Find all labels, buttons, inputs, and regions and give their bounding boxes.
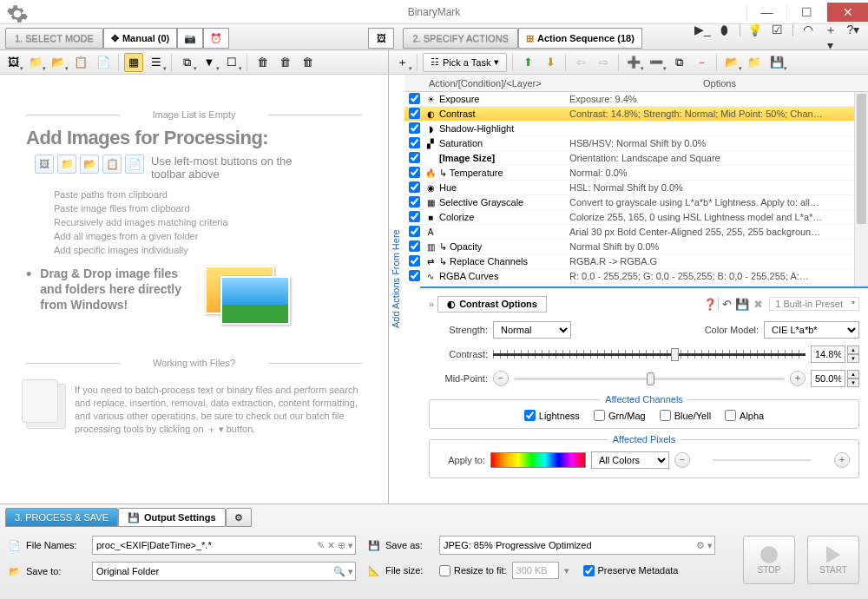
list-view-button[interactable]: ☰ bbox=[147, 53, 166, 72]
action-row[interactable]: ◉HueHSL: Normal Shift by 0.0% bbox=[404, 181, 868, 195]
camera-tab[interactable]: 📷 bbox=[177, 28, 203, 49]
help-icon[interactable]: ?▾ bbox=[845, 23, 861, 52]
delete-options-icon[interactable]: ✖ bbox=[750, 298, 766, 311]
undo-button[interactable]: ⇦ bbox=[571, 53, 590, 72]
filter-button[interactable]: ▼ bbox=[200, 53, 219, 72]
action-row[interactable]: ☀ExposureExposure: 9.4% bbox=[404, 92, 868, 107]
stop-button[interactable]: STOP bbox=[743, 536, 795, 584]
action-row[interactable]: ⇄↳ Replace ChannelsRGBA.R -> RGBA.G bbox=[404, 254, 868, 269]
bulb-icon[interactable]: 💡 bbox=[747, 23, 763, 52]
select-button[interactable]: ☐ bbox=[222, 53, 241, 72]
action-row[interactable]: ▦Selective GrayscaleConvert to grayscale… bbox=[404, 195, 868, 210]
action-row[interactable]: [Image Size]Orientation: Landscape and S… bbox=[404, 151, 868, 166]
saveas-label: Save as: bbox=[385, 540, 434, 550]
range-slider[interactable] bbox=[695, 452, 829, 468]
filenames-input[interactable]: proc_<EXIF|DateTime>_*.* ✎ ✕ ⊕ ▾ bbox=[92, 536, 356, 555]
terminal-icon[interactable]: ▶_ bbox=[694, 23, 710, 52]
midpoint-plus[interactable]: + bbox=[790, 371, 806, 386]
preset-dropdown[interactable]: 1 Built-in Preset bbox=[769, 297, 859, 311]
copy-button[interactable]: ⧉ bbox=[177, 53, 196, 72]
paste-path-button[interactable]: 📄 bbox=[94, 53, 113, 72]
wifi-icon[interactable]: ◠ bbox=[800, 23, 816, 52]
open-preset-button[interactable]: 📂 bbox=[722, 53, 741, 72]
duplicate-action-button[interactable]: ⧉ bbox=[669, 53, 688, 72]
contrast-value[interactable]: ▲▼ bbox=[811, 346, 859, 363]
step3-tab[interactable]: 3. PROCESS & SAVE bbox=[5, 508, 118, 527]
preserve-checkbox[interactable]: Preserve Metadata bbox=[583, 565, 679, 576]
move-up-button[interactable]: ⬆ bbox=[518, 53, 537, 72]
thumbnail-preview bbox=[205, 266, 309, 335]
chk-alpha[interactable]: Alpha bbox=[725, 410, 764, 421]
collapse-icon[interactable]: » bbox=[429, 299, 434, 309]
insert-action-button[interactable]: ➕ bbox=[624, 53, 643, 72]
action-list[interactable]: ☀ExposureExposure: 9.4%◐ContrastContrast… bbox=[404, 92, 868, 286]
action-row[interactable]: 🔥↳ TemperatureNormal: 0.0% bbox=[404, 166, 868, 181]
action-row[interactable]: ▥↳ OpacityNormal Shift by 0.0% bbox=[404, 240, 868, 254]
remove-button[interactable]: 🗑 bbox=[253, 53, 272, 72]
action-sequence-tab[interactable]: ⊞ Action Sequence (18) bbox=[518, 28, 642, 49]
paste-image-button[interactable]: 📋 bbox=[71, 53, 90, 72]
midpoint-value[interactable]: ▲▼ bbox=[811, 370, 859, 387]
output-settings-tab[interactable]: 💾 Output Settings bbox=[118, 508, 226, 527]
color-spectrum[interactable] bbox=[490, 452, 586, 468]
settings-tab[interactable]: ⚙ bbox=[226, 508, 252, 527]
grid-view-button[interactable]: ▦ bbox=[124, 53, 143, 72]
step2-tab[interactable]: 2. SPECIFY ACTIONS bbox=[403, 28, 517, 49]
schedule-tab[interactable]: ⏰ bbox=[203, 28, 229, 49]
range-minus[interactable]: − bbox=[674, 452, 690, 468]
start-button[interactable]: START bbox=[807, 536, 859, 584]
clear-button[interactable]: 🗑 bbox=[298, 53, 317, 72]
close-button[interactable]: ✕ bbox=[826, 3, 868, 22]
add-file-button[interactable]: 🖼 bbox=[3, 53, 23, 72]
chk-blueyell[interactable]: Blue/Yell bbox=[660, 410, 711, 421]
action-row[interactable]: AArial 30 px Bold Center-Aligned 255, 25… bbox=[404, 225, 868, 240]
app-title: BinaryMark bbox=[408, 6, 461, 18]
filesize-label: File size: bbox=[385, 565, 434, 576]
settings-gear-icon[interactable] bbox=[0, 0, 35, 24]
remove-selected-button[interactable]: 🗑 bbox=[275, 53, 294, 72]
action-row[interactable]: ∿RGBA CurvesR: 0,0 - 255,255; G: 0,0 - 2… bbox=[404, 269, 868, 284]
range-plus[interactable]: + bbox=[834, 452, 850, 468]
help-options-icon[interactable]: ❓ bbox=[702, 298, 718, 311]
midpoint-slider[interactable] bbox=[514, 371, 785, 386]
chk-grnmag[interactable]: Grn/Mag bbox=[594, 410, 646, 421]
add-actions-label[interactable]: Add Actions From Here bbox=[391, 229, 401, 328]
action-row[interactable]: ■ColorizeColorize 255, 165, 0 using HSL … bbox=[404, 210, 868, 225]
contrast-slider[interactable] bbox=[493, 346, 806, 362]
chk-lightness[interactable]: Lightness bbox=[524, 410, 580, 421]
delete-action-button[interactable]: － bbox=[692, 53, 711, 72]
top-tabstrip: 1. SELECT MODE ✥ Manual (0) 📷 ⏰ 🖼 2. SPE… bbox=[0, 24, 868, 50]
add-action-button[interactable]: ＋ bbox=[392, 53, 411, 72]
colormodel-select[interactable]: CIE L*a*b* bbox=[764, 321, 859, 339]
action-row[interactable]: ◗Shadow-Highlight bbox=[404, 122, 868, 136]
save-options-icon[interactable]: 💾 bbox=[734, 298, 750, 311]
manual-tab[interactable]: ✥ Manual (0) bbox=[103, 28, 177, 49]
save-button[interactable]: 💾 bbox=[767, 53, 786, 72]
saveas-input[interactable]: JPEG: 85% Progressive Optimized ⚙ ▾ bbox=[439, 536, 715, 555]
add-folder-button[interactable]: 📁 bbox=[26, 53, 45, 72]
checklist-icon[interactable]: ☑ bbox=[770, 23, 786, 52]
applyto-select[interactable]: All Colors bbox=[591, 451, 669, 469]
image-tab[interactable]: 🖼 bbox=[368, 28, 394, 49]
move-down-button[interactable]: ⬇ bbox=[541, 53, 560, 72]
strength-label: Strength: bbox=[429, 325, 488, 335]
reset-options-icon[interactable]: ↶ bbox=[719, 298, 734, 311]
step1-tab[interactable]: 1. SELECT MODE bbox=[5, 28, 103, 49]
redo-button[interactable]: ⇨ bbox=[594, 53, 613, 72]
add-recursive-button[interactable]: 📂 bbox=[49, 53, 68, 72]
pick-task-button[interactable]: ☷ Pick a Task ▾ bbox=[423, 53, 507, 72]
contrast-options-tab[interactable]: ◐ Contrast Options bbox=[437, 296, 547, 313]
action-row[interactable]: ▞SaturationHSB/HSV: Normal Shift by 0.0% bbox=[404, 136, 868, 151]
minimize-button[interactable]: — bbox=[746, 3, 786, 22]
midpoint-minus[interactable]: − bbox=[493, 371, 509, 386]
add-dropdown-icon[interactable]: ＋▾ bbox=[823, 23, 838, 52]
saveto-input[interactable]: Original Folder 🔍 ▾ bbox=[92, 562, 356, 581]
save-preset-button[interactable]: 📁 bbox=[745, 53, 764, 72]
strength-select[interactable]: Normal bbox=[493, 321, 571, 339]
mouse-icon[interactable]: ⬮ bbox=[717, 23, 733, 52]
maximize-button[interactable]: ☐ bbox=[786, 3, 826, 22]
resize-checkbox[interactable]: Resize to fit: bbox=[439, 565, 507, 576]
action-row[interactable]: ◐ContrastContrast: 14.8%; Strength: Norm… bbox=[404, 107, 868, 122]
remove-action-button[interactable]: ➖ bbox=[647, 53, 666, 72]
action-scrollbar[interactable] bbox=[854, 92, 868, 286]
